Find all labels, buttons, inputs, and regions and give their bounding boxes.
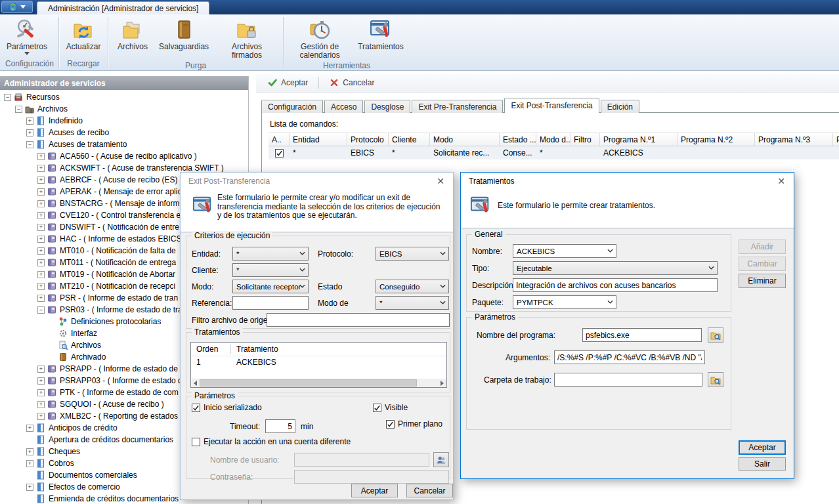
expand-icon[interactable]: + xyxy=(26,460,33,467)
change-button[interactable]: Cambiar xyxy=(739,257,786,271)
column-header-modo-d[interactable]: Modo d... xyxy=(536,133,570,146)
contrasena-input[interactable] xyxy=(294,470,449,484)
column-header-modo[interactable]: Modo xyxy=(430,133,500,146)
expand-icon[interactable]: + xyxy=(37,366,45,373)
cliente-select[interactable]: * xyxy=(232,263,309,277)
expand-icon[interactable]: + xyxy=(37,212,45,219)
gestion-de-calendarios-button[interactable]: Gestión de calendarios xyxy=(286,16,354,60)
dialog-titlebar[interactable]: Tratamientos xyxy=(461,173,794,190)
expand-icon[interactable]: + xyxy=(37,153,45,160)
expand-icon[interactable]: + xyxy=(26,129,33,136)
primer-plano-checkbox[interactable]: Primer plano xyxy=(386,419,442,429)
select-user-button[interactable] xyxy=(433,452,449,467)
column-header-cliente[interactable]: Cliente xyxy=(389,133,430,146)
tree-item-acuses-de-tratamiento[interactable]: −Acuses de tratamiento xyxy=(0,138,248,150)
nombre-select[interactable]: ACKEBICS xyxy=(513,244,616,258)
expand-icon[interactable]: + xyxy=(37,271,45,278)
app-menu-button[interactable] xyxy=(1,1,33,13)
treatment-row[interactable]: 1ACKEBICS xyxy=(191,356,446,368)
protocolo-select[interactable]: EBICS xyxy=(376,247,449,261)
column-header-protocolo[interactable]: Protocolo xyxy=(347,133,389,146)
treatments-list[interactable]: OrdenTratamiento1ACKEBICS xyxy=(190,342,447,388)
timeout-input[interactable] xyxy=(265,419,295,433)
delete-button[interactable]: Eliminar xyxy=(739,274,786,288)
column-header-programa-n-2[interactable]: Programa N.º2 xyxy=(678,133,755,146)
accept-button[interactable]: Aceptar xyxy=(739,440,786,455)
column-header-a[interactable]: A.. xyxy=(269,133,290,146)
expand-icon[interactable]: + xyxy=(37,177,45,184)
modo-de-select[interactable]: * xyxy=(376,296,449,310)
parametros-button[interactable]: Parámetros xyxy=(3,16,51,55)
accept-button[interactable]: Aceptar xyxy=(351,484,398,497)
row-active-checkbox[interactable] xyxy=(275,149,284,158)
close-icon[interactable]: ✕ xyxy=(435,175,446,187)
paquete-select[interactable]: PYMTPCK xyxy=(513,295,616,309)
collapse-icon[interactable]: − xyxy=(4,94,11,101)
expand-icon[interactable]: + xyxy=(37,236,45,243)
modo-select[interactable]: Solicitante receptor xyxy=(232,280,309,293)
document-tab[interactable]: Administración [Administrador de servici… xyxy=(37,1,209,15)
tab-exit-post-transferencia[interactable]: Exit Post-Transferencia xyxy=(504,98,599,113)
tree-item-acuses-de-recibo[interactable]: +Acuses de recibo xyxy=(0,127,248,138)
carpeta-input[interactable] xyxy=(554,373,702,387)
column-header-programa-n-1[interactable]: Programa N.º1 xyxy=(600,133,678,146)
tab-configuracion[interactable]: Configuración xyxy=(261,100,323,113)
add-button[interactable]: Añadir xyxy=(739,240,786,254)
scroll-left-icon[interactable] xyxy=(191,379,200,387)
salvaguardias-button[interactable]: Salvaguardias xyxy=(155,16,213,51)
expand-icon[interactable]: + xyxy=(37,165,45,172)
expand-icon[interactable]: + xyxy=(37,295,45,302)
expand-icon[interactable]: + xyxy=(37,283,45,290)
expand-icon[interactable]: + xyxy=(37,259,45,266)
browse-folder-button[interactable] xyxy=(708,372,723,387)
referencia-input[interactable] xyxy=(232,296,309,310)
collapse-icon[interactable]: − xyxy=(26,141,33,148)
tipo-select[interactable]: Ejecutable xyxy=(513,261,718,275)
tab-edicion[interactable]: Edición xyxy=(601,100,639,113)
tab-acceso[interactable]: Acceso xyxy=(324,100,363,113)
entidad-select[interactable]: * xyxy=(232,247,309,261)
expand-icon[interactable]: + xyxy=(26,425,33,432)
tab-desglose[interactable]: Desglose xyxy=(364,100,410,113)
expand-icon[interactable]: + xyxy=(26,484,33,491)
tree-item-aca560-acuse-de-recibo-aplicativo[interactable]: +ACA560 - ( Acuse de recibo aplicativo ) xyxy=(0,150,248,162)
collapse-icon[interactable]: − xyxy=(37,306,45,314)
inicio-serializado-checkbox[interactable]: Inicio serializado xyxy=(192,403,262,412)
estado-select[interactable]: Conseguido xyxy=(376,280,449,293)
scrollbar-thumb[interactable] xyxy=(200,379,417,387)
filtro-origen-input[interactable] xyxy=(267,313,450,327)
usuario-input[interactable] xyxy=(294,453,429,467)
expand-icon[interactable]: + xyxy=(26,117,33,125)
column-header-entidad[interactable]: Entidad xyxy=(290,133,347,146)
tab-exit-pre-transferencia[interactable]: Exit Pre-Transferencia xyxy=(412,100,503,113)
cuenta-diferente-checkbox[interactable]: Ejecutar la acción en una cuenta diferen… xyxy=(192,437,351,446)
dialog-titlebar[interactable]: Exit Post-Transferencia xyxy=(181,173,453,190)
archivos-button[interactable]: Archivos xyxy=(110,16,155,51)
expand-icon[interactable]: + xyxy=(26,448,33,455)
expand-icon[interactable]: + xyxy=(37,200,45,207)
argumentos-input[interactable] xyxy=(554,350,705,364)
column-header-estado[interactable]: Estado ... xyxy=(500,133,536,146)
tree-item-recursos[interactable]: −Recursos xyxy=(0,91,248,103)
expand-icon[interactable]: + xyxy=(37,401,45,408)
tree-item-indefinido[interactable]: +Indefinido xyxy=(0,115,248,127)
expand-icon[interactable]: + xyxy=(37,389,45,396)
expand-icon[interactable]: + xyxy=(37,247,45,255)
visible-checkbox[interactable]: Visible xyxy=(373,403,408,412)
column-header-pr[interactable]: Pr xyxy=(833,133,839,146)
expand-icon[interactable]: + xyxy=(37,224,45,231)
expand-icon[interactable]: + xyxy=(37,188,45,196)
programa-input[interactable] xyxy=(582,328,702,342)
expand-icon[interactable]: + xyxy=(37,413,45,420)
exit-button[interactable]: Salir xyxy=(739,457,786,471)
tree-item-archivos[interactable]: −Archivos xyxy=(0,103,248,115)
expand-icon[interactable]: + xyxy=(37,377,45,385)
column-header-filtro[interactable]: Filtro xyxy=(570,133,600,146)
close-icon[interactable]: ✕ xyxy=(775,175,787,187)
scroll-right-icon[interactable] xyxy=(438,379,446,387)
tratamientos-button[interactable]: Tratamientos xyxy=(354,16,408,51)
column-header-programa-n-3[interactable]: Programa N.º3 xyxy=(755,133,833,146)
actualizar-button[interactable]: Actualizar xyxy=(61,16,106,51)
archivos-firmados-button[interactable]: Archivos firmados xyxy=(213,16,281,60)
horizontal-scrollbar[interactable] xyxy=(191,379,446,387)
